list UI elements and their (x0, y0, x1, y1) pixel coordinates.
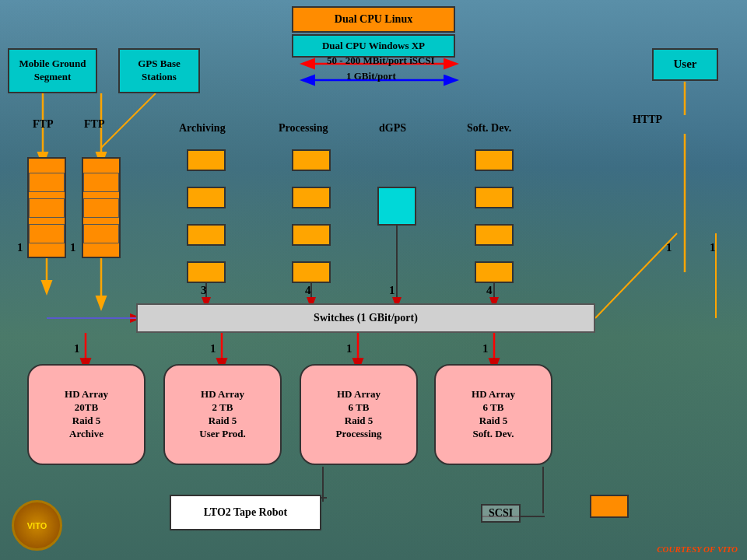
arrows-svg (0, 0, 747, 560)
iscsi-label: 50 - 200 MBit/port iSCSI (327, 54, 435, 67)
lto2-box: LTO2 Tape Robot (170, 495, 321, 530)
diagram: Dual CPU Linux Dual CPU Windows XP 50 - … (0, 0, 747, 560)
ftp-orange2 (82, 157, 121, 258)
scsi-orange-box (590, 495, 629, 518)
num-1e: 1 (210, 342, 216, 355)
archiving-label: Archiving (179, 122, 226, 135)
dual-cpu-linux-box: Dual CPU Linux (292, 6, 455, 33)
num-4a: 4 (305, 284, 311, 297)
hd-array-2: HD Array2 TBRaid 5User Prod. (163, 364, 282, 465)
vito-logo: VITO (12, 500, 62, 551)
scsi-label: SCSI (481, 504, 521, 523)
courtesy-text: COURTESY OF VITO (657, 544, 738, 554)
num-1a: 1 (17, 241, 23, 254)
http-label: HTTP (633, 114, 662, 126)
num-1f: 1 (346, 342, 352, 355)
processing-label: Processing (279, 122, 328, 135)
dgps-label: dGPS (379, 122, 406, 135)
ftp2-label: FTP (84, 118, 104, 131)
switches-bar: Switches (1 GBit/port) (136, 303, 595, 333)
num-1g: 1 (482, 342, 489, 355)
arch-box-1 (187, 149, 226, 171)
num-1b: 1 (70, 241, 76, 254)
soft-box-4 (475, 261, 514, 283)
hd-array-4: HD Array6 TBRaid 5Soft. Dev. (434, 364, 552, 465)
num-4b: 4 (486, 284, 493, 297)
num-1-right1: 1 (666, 241, 672, 254)
soft-box-2 (475, 187, 514, 208)
gbit-label: 1 GBit/port (346, 70, 396, 82)
soft-box-3 (475, 224, 514, 246)
mobile-ground-box: Mobile Ground Segment (8, 48, 97, 93)
gps-base-box: GPS Base Stations (118, 48, 200, 93)
num-1d: 1 (74, 342, 80, 355)
proc-box-2 (292, 187, 331, 208)
proc-box-4 (292, 261, 331, 283)
soft-dev-label: Soft. Dev. (467, 122, 511, 135)
user-box: User (652, 48, 718, 81)
dgps-box (377, 187, 416, 226)
arch-box-2 (187, 187, 226, 208)
num-3: 3 (201, 284, 207, 297)
svg-line-32 (595, 233, 677, 318)
ftp-orange1 (27, 157, 66, 258)
ftp1-label: FTP (33, 118, 53, 131)
hd-array-1: HD Array20TBRaid 5Archive (27, 364, 146, 465)
soft-box-1 (475, 149, 514, 171)
num-1c: 1 (389, 284, 395, 297)
hd-array-3: HD Array6 TBRaid 5Processing (300, 364, 418, 465)
proc-box-1 (292, 149, 331, 171)
arch-box-4 (187, 261, 226, 283)
num-1-right2: 1 (710, 241, 716, 254)
arch-box-3 (187, 224, 226, 246)
proc-box-3 (292, 224, 331, 246)
svg-line-4 (101, 93, 156, 148)
